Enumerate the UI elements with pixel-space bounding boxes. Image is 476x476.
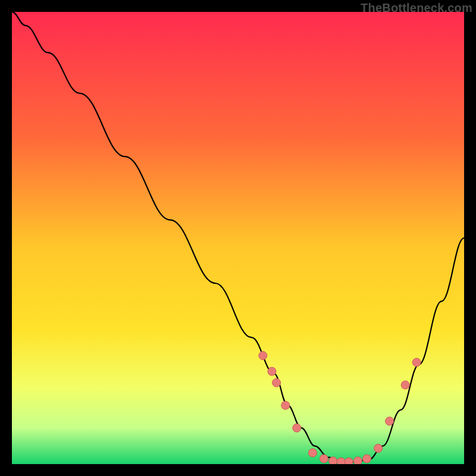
data-dot [268, 367, 276, 375]
data-dot [386, 417, 394, 425]
data-dot [353, 457, 362, 464]
data-dot [308, 449, 317, 457]
watermark-text: TheBottleneck.com [361, 1, 472, 15]
data-dot [374, 444, 383, 452]
data-dot [259, 352, 267, 360]
data-dot [401, 381, 409, 389]
data-dot [293, 424, 301, 432]
chart-frame [12, 12, 464, 464]
data-dot [412, 358, 421, 367]
data-dot [329, 457, 337, 464]
chart-svg [12, 12, 464, 464]
data-dot [320, 455, 328, 463]
data-dot [273, 378, 281, 387]
data-dot [281, 401, 290, 409]
data-dot [337, 458, 345, 464]
gradient-background [12, 12, 464, 464]
data-dot [363, 455, 371, 463]
data-dot [345, 458, 353, 464]
